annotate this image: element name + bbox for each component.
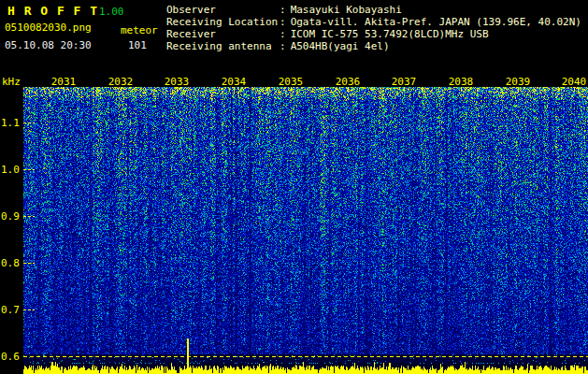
y-tick-label: 0.8 <box>1 257 22 269</box>
y-tick-label: 0.9 <box>1 210 22 223</box>
info-colon: : <box>280 40 286 52</box>
location-value: Ogata-vill. Akita-Pref. JAPAN (139.96E, … <box>291 16 581 28</box>
antenna-value: A504HB(yagi 4el) <box>291 40 390 52</box>
y-axis-tick-labels: 1.11.00.90.80.70.6 <box>0 0 23 374</box>
y-tick-label: 0.7 <box>1 304 22 316</box>
app-version: 1.00 <box>99 6 124 18</box>
info-label: Receiver <box>166 28 280 40</box>
y-tick-label: 0.6 <box>1 351 22 363</box>
info-colon: : <box>280 4 286 16</box>
spectrogram-canvas <box>23 87 588 374</box>
info-label: Receiving antenna <box>166 40 280 52</box>
receiver-value: ICOM IC-575 53.7492(8LCD)MHz USB <box>291 28 489 40</box>
hrofft-output-window: H R O F F T 1.00 0510082030.png meteor 0… <box>0 0 588 374</box>
x-axis-tick-labels: 2031203220332034203520362037203820392040 <box>0 76 588 87</box>
info-colon: : <box>280 28 286 40</box>
info-label: Receiving Location <box>166 16 280 28</box>
info-row-receiver: Receiver:ICOM IC-575 53.7492(8LCD)MHz US… <box>166 28 581 40</box>
echo-count: 101 <box>128 39 147 51</box>
y-tick-label: 1.0 <box>1 164 22 176</box>
mode-label: meteor <box>121 24 158 36</box>
info-row-observer: Observer:Masayuki Kobayashi <box>166 4 581 16</box>
observer-value: Masayuki Kobayashi <box>291 4 402 16</box>
y-tick-label: 1.1 <box>1 117 22 129</box>
info-row-location: Receiving Location:Ogata-vill. Akita-Pre… <box>166 16 581 28</box>
info-colon: : <box>280 16 286 28</box>
info-label: Observer <box>166 4 280 16</box>
station-info-block: Observer:Masayuki Kobayashi Receiving Lo… <box>166 4 581 52</box>
info-row-antenna: Receiving antenna:A504HB(yagi 4el) <box>166 40 581 52</box>
